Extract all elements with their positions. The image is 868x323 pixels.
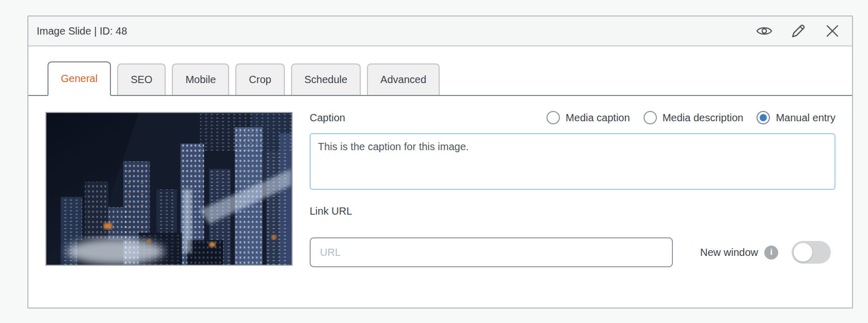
new-window-toggle[interactable] xyxy=(792,241,831,264)
city-night-image xyxy=(46,113,292,265)
preview-eye-icon[interactable] xyxy=(756,23,773,39)
radio-circle-icon xyxy=(644,111,657,124)
slide-thumbnail[interactable] xyxy=(45,112,293,266)
header-icon-group xyxy=(756,23,841,39)
caption-label: Caption xyxy=(310,112,345,124)
link-url-label: Link URL xyxy=(310,205,835,220)
new-window-label: New window xyxy=(700,247,758,259)
tab-crop[interactable]: Crop xyxy=(235,63,284,95)
tab-seo[interactable]: SEO xyxy=(117,63,166,95)
radio-circle-icon xyxy=(757,111,770,124)
panel-header: Image Slide | ID: 48 xyxy=(28,17,852,46)
tab-bar: General SEO Mobile Crop Schedule Advance… xyxy=(28,60,852,96)
info-icon[interactable]: i xyxy=(764,246,778,260)
radio-circle-icon xyxy=(546,111,560,124)
general-tab-content: Caption Media caption Media description … xyxy=(310,105,835,267)
caption-textarea[interactable]: This is the caption for this image. xyxy=(310,133,835,190)
radio-manual-entry[interactable]: Manual entry xyxy=(757,111,835,124)
close-icon[interactable] xyxy=(824,23,841,39)
radio-media-description[interactable]: Media description xyxy=(644,111,744,124)
image-slide-panel: Image Slide | ID: 48 Gene xyxy=(27,15,853,309)
tab-general[interactable]: General xyxy=(47,61,111,96)
tab-mobile[interactable]: Mobile xyxy=(172,63,229,95)
link-url-input[interactable] xyxy=(310,237,673,267)
panel-title: Image Slide | ID: 48 xyxy=(37,25,127,37)
toggle-knob-icon xyxy=(794,243,812,262)
edit-pencil-icon[interactable] xyxy=(790,23,807,39)
tab-schedule[interactable]: Schedule xyxy=(291,63,361,95)
new-window-group: New window i xyxy=(700,241,831,264)
tab-advanced[interactable]: Advanced xyxy=(367,63,440,95)
caption-source-radio-group: Media caption Media description Manual e… xyxy=(546,111,835,124)
radio-media-caption[interactable]: Media caption xyxy=(546,111,630,124)
